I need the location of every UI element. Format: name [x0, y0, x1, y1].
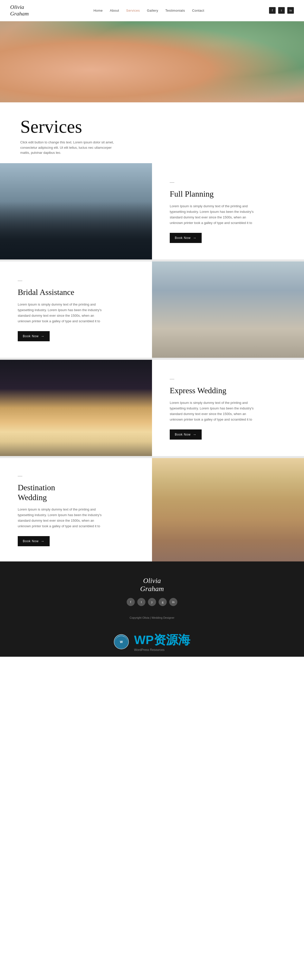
site-header: Olivia Graham Home About Services Galler…: [0, 0, 304, 21]
site-logo[interactable]: Olivia Graham: [10, 4, 29, 17]
express-wedding-card: Express Wedding Lorem Ipsum is simply du…: [152, 360, 304, 456]
header-twitter-icon[interactable]: t: [278, 7, 285, 14]
footer-logo: Olivia Graham: [10, 577, 294, 593]
footer-copyright: Copyright Olivia | Wedding Designer: [10, 616, 294, 619]
full-planning-desc: Lorem Ipsum is simply dummy text of the …: [170, 204, 256, 226]
header-facebook-icon[interactable]: f: [269, 7, 275, 14]
destination-image: [152, 458, 304, 562]
rings-image: [0, 360, 152, 456]
arrow-icon: →: [193, 433, 197, 436]
site-footer: Olivia Graham f t y g in Copyright Olivi…: [0, 562, 304, 627]
separator-2: [0, 358, 304, 360]
destination-wedding-button-label: Book Now: [23, 539, 39, 543]
logo-line2: Graham: [10, 10, 29, 17]
express-wedding-book-button[interactable]: Book Now →: [170, 430, 202, 439]
service-destination-wedding: DestinationWedding Lorem Ipsum is simply…: [0, 458, 304, 562]
arrow-icon: →: [41, 334, 45, 338]
wp-text-group: WP资源海 WordPress Resources: [134, 632, 190, 652]
bridal-assistance-button-label: Book Now: [23, 334, 39, 338]
bride-image: [152, 261, 304, 358]
nav-services[interactable]: Services: [126, 9, 140, 13]
nav-about[interactable]: About: [110, 9, 119, 13]
page-title: Services: [20, 118, 284, 136]
arrow-icon: →: [41, 539, 45, 543]
service-express-wedding: Express Wedding Lorem Ipsum is simply du…: [0, 360, 304, 456]
destination-wedding-desc: Lorem Ipsum is simply dummy text of the …: [18, 507, 104, 529]
couple-beach-image: [0, 163, 152, 259]
nav-contact[interactable]: Contact: [192, 9, 204, 13]
footer-facebook-icon[interactable]: f: [127, 598, 135, 606]
arrow-icon: →: [193, 236, 197, 240]
intro-subtitle: Click edit button to change this text. L…: [20, 140, 122, 156]
footer-logo-line2: Graham: [140, 585, 164, 593]
separator-3: [0, 456, 304, 458]
svg-text:W: W: [120, 640, 123, 644]
service-bridal-assistance: Bridal Assistance Lorem Ipsum is simply …: [0, 261, 304, 358]
service-full-planning: Full Planning Lorem Ipsum is simply dumm…: [0, 163, 304, 259]
hero-background: [0, 21, 304, 102]
express-wedding-desc: Lorem Ipsum is simply dummy text of the …: [170, 400, 256, 422]
bridal-assistance-image: [152, 261, 304, 358]
footer-linkedin-icon[interactable]: in: [169, 598, 177, 606]
bridal-assistance-desc: Lorem Ipsum is simply dummy text of the …: [18, 302, 104, 324]
bridal-assistance-book-button[interactable]: Book Now →: [18, 331, 50, 341]
nav-gallery[interactable]: Gallery: [147, 9, 158, 13]
destination-wedding-title: DestinationWedding: [18, 483, 134, 502]
hero-section: [0, 21, 304, 102]
footer-twitter-icon[interactable]: t: [137, 598, 145, 606]
destination-wedding-book-button[interactable]: Book Now →: [18, 536, 50, 546]
footer-youtube-icon[interactable]: y: [148, 598, 156, 606]
wordpress-logo: W: [114, 634, 129, 649]
footer-google-icon[interactable]: g: [159, 598, 167, 606]
full-planning-image: [0, 163, 152, 259]
wp-brand-text: WP资源海: [134, 632, 190, 648]
separator-1: [0, 259, 304, 261]
footer-social-links: f t y g in: [10, 598, 294, 611]
full-planning-book-button[interactable]: Book Now →: [170, 233, 202, 243]
full-planning-button-label: Book Now: [175, 236, 191, 240]
express-wedding-image: [0, 360, 152, 456]
full-planning-title: Full Planning: [170, 189, 286, 199]
bridal-assistance-card: Bridal Assistance Lorem Ipsum is simply …: [0, 261, 152, 358]
destination-wedding-image: [152, 458, 304, 562]
services-intro: Services Click edit button to change thi…: [0, 102, 304, 163]
bridal-assistance-title: Bridal Assistance: [18, 287, 134, 297]
destination-wedding-card: DestinationWedding Lorem Ipsum is simply…: [0, 458, 152, 562]
full-planning-card: Full Planning Lorem Ipsum is simply dumm…: [152, 163, 304, 259]
header-social: f t in: [269, 7, 294, 14]
express-wedding-button-label: Book Now: [175, 433, 191, 436]
main-nav: Home About Services Gallery Testimonials…: [94, 9, 204, 13]
nav-home[interactable]: Home: [94, 9, 103, 13]
footer-logo-line1: Olivia: [143, 577, 161, 584]
header-instagram-icon[interactable]: in: [287, 7, 294, 14]
wp-sub-text: WordPress Resources: [134, 648, 190, 652]
wp-watermark-section: W WP资源海 WordPress Resources: [0, 627, 304, 657]
nav-testimonials[interactable]: Testimonials: [166, 9, 185, 13]
express-wedding-title: Express Wedding: [170, 386, 286, 395]
logo-line1: Olivia: [10, 4, 29, 10]
